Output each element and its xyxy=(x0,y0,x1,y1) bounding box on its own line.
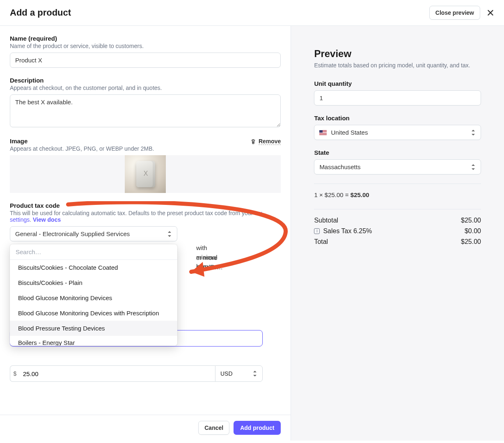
chevron-updown-icon xyxy=(168,231,172,237)
trash-icon xyxy=(250,139,256,145)
tax-code-option[interactable]: Blood Glucose Monitoring Devices with Pr… xyxy=(10,305,177,321)
state-select[interactable]: Massachusetts xyxy=(314,159,481,174)
currency-symbol: $ xyxy=(10,365,20,382)
unit-quantity-input[interactable] xyxy=(314,90,481,106)
field-tax-code: Product tax code This will be used for c… xyxy=(10,202,281,241)
cancel-button[interactable]: Cancel xyxy=(198,421,229,435)
sales-tax-value: $0.00 xyxy=(465,227,481,235)
field-description: Description Appears at checkout, on the … xyxy=(10,77,281,129)
tax-code-dropdown: Biscuits/Cookies - Chocolate CoatedBiscu… xyxy=(10,244,177,346)
name-input[interactable] xyxy=(10,53,281,68)
tax-location-select[interactable]: United States xyxy=(314,125,481,140)
preview-heading: Preview xyxy=(314,48,481,60)
sales-tax-label: Sales Tax 6.25% xyxy=(323,227,372,235)
product-image-thumbnail[interactable] xyxy=(125,155,166,193)
description-hint: Appears at checkout, on the customer por… xyxy=(10,85,281,91)
remove-image-button[interactable]: Remove xyxy=(250,138,281,145)
page-title: Add a product xyxy=(10,7,71,18)
field-name: Name (required) Name of the product or s… xyxy=(10,35,281,68)
page-header: Add a product Close preview xyxy=(0,0,504,26)
tax-code-option[interactable]: Blood Glucose Monitoring Devices xyxy=(10,290,177,305)
image-preview-strip xyxy=(10,155,281,193)
tax-code-hint: This will be used for calculating automa… xyxy=(10,210,281,223)
preview-sub: Estimate totals based on pricing model, … xyxy=(314,62,481,69)
totals-block: Subtotal $25.00 i Sales Tax 6.25% $0.00 … xyxy=(314,217,481,246)
form-footer: Cancel Add product xyxy=(0,415,291,441)
tax-code-option[interactable]: Blood Pressure Testing Devices xyxy=(10,321,177,336)
form-pane: Name (required) Name of the product or s… xyxy=(0,26,291,441)
currency-select[interactable]: USD xyxy=(215,365,263,382)
tax-code-option[interactable]: Biscuits/Cookies - Chocolate Coated xyxy=(10,260,177,275)
name-hint: Name of the product or service, visible … xyxy=(10,43,281,49)
description-label: Description xyxy=(10,77,281,84)
price-amount-input[interactable] xyxy=(20,365,215,382)
view-docs-link[interactable]: View docs xyxy=(33,216,61,223)
tax-code-label: Product tax code xyxy=(10,202,281,209)
divider xyxy=(314,184,481,184)
add-product-button[interactable]: Add product xyxy=(234,421,281,435)
divider xyxy=(314,209,481,209)
chevron-updown-icon xyxy=(472,129,476,136)
us-flag-icon xyxy=(319,130,327,135)
chevron-updown-icon xyxy=(472,164,476,170)
preview-pane: Preview Estimate totals based on pricing… xyxy=(291,26,504,441)
name-label: Name (required) xyxy=(10,35,281,42)
tax-code-option[interactable]: Biscuits/Cookies - Plain xyxy=(10,275,177,290)
tax-code-select[interactable]: General - Electronically Supplied Servic… xyxy=(10,226,177,241)
calc-line: 1 × $25.00 = $25.00 xyxy=(314,191,481,198)
total-label: Total xyxy=(314,238,328,246)
image-hint: Appears at checkout. JPEG, PNG, or WEBP … xyxy=(10,145,281,152)
price-row: $ USD xyxy=(10,365,263,382)
tax-location-label: Tax location xyxy=(314,115,481,122)
image-label: Image xyxy=(10,138,27,145)
info-icon: i xyxy=(314,228,320,234)
tax-code-description-fragment-2: er more specific… xyxy=(196,253,223,272)
subtotal-value: $25.00 xyxy=(461,217,481,224)
tax-code-search-input[interactable] xyxy=(16,248,172,255)
state-label: State xyxy=(314,149,481,156)
close-icon[interactable] xyxy=(487,9,494,16)
close-preview-button[interactable]: Close preview xyxy=(429,6,480,20)
tax-code-option[interactable]: Boilers - Energy Star xyxy=(10,336,177,346)
unit-quantity-label: Unit quantity xyxy=(314,80,481,87)
field-image: Image Remove Appears at checkout. JPEG, … xyxy=(10,138,281,193)
description-input[interactable]: The best X available. xyxy=(10,94,281,127)
subtotal-label: Subtotal xyxy=(314,217,338,224)
total-value: $25.00 xyxy=(461,238,481,246)
chevron-updown-icon xyxy=(253,370,257,377)
